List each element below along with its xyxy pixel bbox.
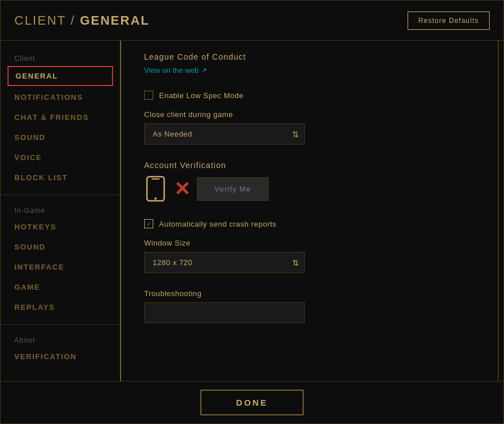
sidebar-section-ingame: In-Game: [1, 202, 120, 217]
sidebar-item-block-list[interactable]: BLOCK LIST: [1, 168, 120, 188]
sidebar-item-sound-ingame[interactable]: SOUND: [1, 237, 120, 257]
league-code-section: League Code of Conduct View on the web ↗: [144, 52, 475, 75]
verify-row: ✕ Verify Me: [144, 174, 475, 203]
content-area: League Code of Conduct View on the web ↗…: [121, 41, 498, 381]
sidebar: Client GENERAL NOTIFICATIONS CHAT & FRIE…: [1, 41, 121, 381]
view-on-web-link[interactable]: View on the web ↗: [144, 66, 475, 75]
low-spec-checkbox[interactable]: [144, 91, 153, 100]
sidebar-section-client: Client: [1, 50, 120, 65]
sidebar-item-interface[interactable]: INTERFACE: [1, 257, 120, 277]
footer: DONE: [1, 381, 503, 423]
sidebar-section-about: About: [1, 332, 120, 347]
sidebar-item-general[interactable]: GENERAL: [7, 66, 113, 86]
league-code-title: League Code of Conduct: [144, 52, 475, 61]
svg-rect-0: [147, 177, 164, 201]
sidebar-item-chat-friends[interactable]: CHAT & FRIENDS: [1, 107, 120, 127]
close-client-select[interactable]: Never As Needed Always: [144, 123, 305, 145]
sidebar-item-notifications[interactable]: NOTIFICATIONS: [1, 87, 120, 107]
breadcrumb-general: GENERAL: [80, 13, 150, 28]
window-size-section: Window Size 1280 x 720 1600 x 900 1920 x…: [144, 239, 475, 273]
restore-defaults-button[interactable]: Restore Defaults: [408, 11, 490, 30]
right-border-decoration: [498, 41, 503, 381]
low-spec-row: Enable Low Spec Mode: [144, 91, 475, 100]
verify-me-button[interactable]: Verify Me: [197, 177, 269, 201]
main-layout: Client GENERAL NOTIFICATIONS CHAT & FRIE…: [1, 41, 503, 381]
sidebar-item-replays[interactable]: REPLAYS: [1, 297, 120, 317]
close-client-select-container: Never As Needed Always ⇅: [144, 123, 305, 145]
crash-reports-label: Automatically send crash reports: [159, 220, 277, 228]
sidebar-item-voice[interactable]: VOICE: [1, 147, 120, 168]
page-title: CLIENT / GENERAL: [14, 13, 150, 28]
crash-reports-row: Automatically send crash reports: [144, 219, 475, 228]
troubleshooting-box: [144, 302, 305, 323]
troubleshooting-section: Troubleshooting: [144, 289, 475, 323]
sidebar-divider-2: [1, 324, 120, 325]
breadcrumb-client: CLIENT /: [14, 13, 80, 28]
window-size-select[interactable]: 1280 x 720 1600 x 900 1920 x 1080: [144, 252, 305, 273]
sidebar-item-verification[interactable]: VERIFICATION: [1, 347, 120, 367]
sidebar-item-hotkeys[interactable]: HOTKEYS: [1, 217, 120, 237]
window-size-select-container: 1280 x 720 1600 x 900 1920 x 1080 ⇅: [144, 252, 305, 273]
header: CLIENT / GENERAL Restore Defaults: [1, 1, 503, 41]
sidebar-item-sound[interactable]: SOUND: [1, 127, 120, 147]
done-button[interactable]: DONE: [200, 390, 303, 415]
crash-reports-checkbox[interactable]: [144, 219, 153, 228]
troubleshooting-title: Troubleshooting: [144, 289, 475, 298]
phone-icon: [144, 174, 167, 203]
app-container: CLIENT / GENERAL Restore Defaults Client…: [0, 0, 504, 424]
close-client-label: Close client during game: [144, 110, 475, 119]
sidebar-divider-1: [1, 195, 120, 195]
svg-point-2: [154, 197, 157, 200]
x-mark-icon: ✕: [174, 179, 190, 199]
phone-svg: [146, 176, 165, 202]
account-verification-title: Account Verification: [144, 161, 475, 170]
window-size-label: Window Size: [144, 239, 475, 247]
low-spec-label: Enable Low Spec Mode: [159, 91, 243, 100]
sidebar-item-game[interactable]: GAME: [1, 277, 120, 297]
close-client-section: Close client during game Never As Needed…: [144, 110, 475, 145]
account-verification-section: Account Verification ✕ Verify Me: [144, 161, 475, 203]
svg-rect-1: [152, 178, 160, 180]
